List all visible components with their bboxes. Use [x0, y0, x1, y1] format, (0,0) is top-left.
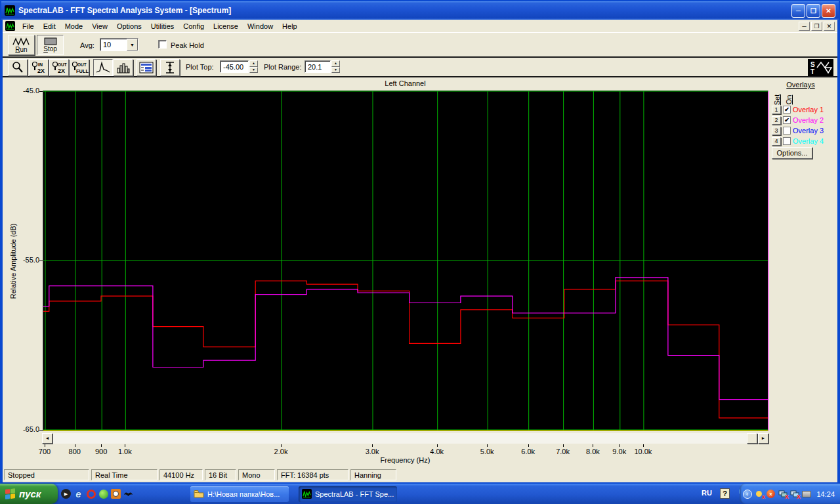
start-button[interactable]: пуск [0, 484, 58, 504]
status-cell-4: 16 Bit [205, 469, 236, 480]
trace-overlay-2 [43, 278, 768, 430]
stop-button[interactable]: Stop [37, 35, 64, 55]
overlay-checkbox-4[interactable] [783, 137, 791, 145]
xtick-label: 6.0k [515, 448, 541, 455]
xtick-mark-icon [125, 444, 125, 447]
menu-options[interactable]: Options [112, 21, 146, 32]
overlay-label-1: Overlay 1 [793, 106, 824, 114]
peak-curve-icon [95, 61, 111, 74]
task-button-2[interactable]: SpectraLAB - FFT Spe... [299, 486, 397, 502]
overlays-panel: Overlays Set On 1✔Overlay 12✔Overlay 23O… [771, 77, 837, 467]
xtick-mark-icon [75, 444, 75, 447]
network-offline2-icon[interactable]: X [789, 489, 799, 499]
horizontal-scrollbar[interactable]: ◄ ► [42, 433, 768, 444]
opera-icon[interactable] [85, 488, 96, 499]
dropdown-arrow-icon[interactable]: ▼ [127, 39, 138, 51]
plot-top-input[interactable]: -45.00 [220, 60, 249, 73]
window-title: SpectraLAB - FFT Spectral Analysis Syste… [18, 6, 231, 15]
overlay-checkbox-2[interactable]: ✔ [783, 116, 791, 124]
scrollbar-thumb[interactable] [747, 433, 757, 444]
title-bar: SpectraLAB - FFT Spectral Analysis Syste… [1, 1, 839, 20]
menu-window[interactable]: Window [243, 21, 278, 32]
zoom-out-icon: OUT 2X [51, 60, 68, 75]
overlay-label-2: Overlay 2 [793, 116, 824, 124]
menu-view[interactable]: View [87, 21, 112, 32]
plot-range-input[interactable]: 20.1 [304, 60, 331, 73]
windows-flag-icon [5, 488, 16, 500]
avg-dropdown[interactable]: 10 ▼ [100, 38, 138, 51]
menu-config[interactable]: Config [178, 21, 209, 32]
mdi-restore-button[interactable]: ❐ [811, 22, 822, 31]
sine-wave-icon [12, 37, 32, 46]
overlay-options-button[interactable]: Options... [772, 147, 812, 159]
ie-icon[interactable]: e [73, 488, 84, 499]
overlay-checkbox-1[interactable]: ✔ [783, 106, 791, 114]
close-button[interactable]: ✕ [822, 4, 835, 18]
clock-icon[interactable] [110, 488, 121, 499]
media-player-icon[interactable]: ▶ [60, 488, 72, 499]
maximize-button[interactable]: ❐ [807, 4, 820, 18]
bat-icon[interactable] [123, 488, 134, 499]
bar-view-button[interactable] [114, 59, 133, 76]
clock[interactable]: 14:24 [816, 490, 835, 498]
menu-mode[interactable]: Mode [60, 21, 88, 32]
devices-icon[interactable] [801, 489, 811, 499]
opera-tray-icon[interactable]: x [766, 489, 776, 499]
taskbar: пуск ▶e H:\Новая папка\Нов... SpectraLAB… [0, 484, 840, 504]
ytick-mark-icon [39, 430, 43, 430]
xtick-mark-icon [45, 444, 45, 447]
options-dialog-icon [138, 61, 154, 74]
mdi-minimize-button[interactable]: ─ [799, 22, 810, 31]
overlay-set-button-1[interactable]: 1 [772, 106, 781, 114]
keyboard-help-icon[interactable]: ? [720, 488, 730, 499]
plot-top-spinner[interactable]: ▲▼ [249, 60, 258, 73]
xtick-mark-icon [593, 444, 593, 447]
vertical-scale-icon [163, 60, 177, 75]
signal-generator-icon[interactable]: S T [808, 59, 833, 76]
status-cell-3: 44100 Hz [159, 469, 203, 480]
xtick-label: 5.0k [474, 448, 500, 455]
xtick-mark-icon [101, 444, 102, 447]
menu-utilities[interactable]: Utilities [146, 21, 178, 32]
zoom-in-2x-button[interactable]: IN 2X [29, 59, 49, 76]
menu-file[interactable]: File [18, 21, 39, 32]
spectralab-icon [302, 489, 312, 500]
messenger-icon[interactable] [98, 488, 109, 499]
menu-edit[interactable]: Edit [39, 21, 60, 32]
zoom-out-full-button[interactable]: OUT FULL [70, 59, 89, 76]
zoom-select-button[interactable] [8, 59, 28, 76]
spectrum-plot[interactable] [43, 91, 768, 431]
scroll-left-button[interactable]: ◄ [42, 433, 52, 444]
trace-overlay-1 [43, 281, 768, 418]
xtick-mark-icon [372, 444, 373, 447]
mdi-close-button[interactable]: ✕ [824, 22, 835, 31]
overlay-set-button-3[interactable]: 3 [772, 127, 781, 135]
status-cell-2: Real Time [91, 469, 158, 480]
spectrum-view-button[interactable] [93, 59, 113, 76]
amplitude-scale-button[interactable] [160, 59, 180, 76]
transport-toolbar: Run Stop Avg: 10 ▼ Peak Hold [3, 32, 837, 58]
volume-muted-icon[interactable]: x [754, 489, 764, 499]
task-button-1[interactable]: H:\Новая папка\Нов... [190, 486, 289, 502]
run-button[interactable]: Run [8, 35, 35, 55]
plot-range-spinner[interactable]: ▲▼ [331, 60, 340, 73]
chart-title: Left Channel [43, 79, 768, 87]
scroll-right-button[interactable]: ► [758, 433, 768, 444]
display-options-button[interactable] [136, 59, 156, 76]
xtick-mark-icon [643, 444, 644, 447]
menu-help[interactable]: Help [278, 21, 302, 32]
network-offline-icon[interactable]: X [778, 489, 788, 499]
xtick-label: 4.0k [424, 448, 450, 455]
zoom-out-2x-button[interactable]: OUT 2X [49, 59, 69, 76]
overlay-set-button-4[interactable]: 4 [772, 137, 781, 146]
language-indicator[interactable]: RU [702, 489, 712, 497]
overlay-set-button-2[interactable]: 2 [772, 116, 781, 125]
peak-hold-checkbox[interactable] [158, 40, 167, 49]
xtick-label: 900 [88, 448, 114, 455]
menu-license[interactable]: License [209, 21, 243, 32]
minimize-button[interactable]: ─ [791, 4, 805, 18]
status-cell-6: FFT: 16384 pts [277, 469, 348, 480]
chevron-left-icon[interactable]: ‹ [742, 489, 752, 499]
xtick-label: 800 [62, 448, 88, 455]
overlay-checkbox-3[interactable] [783, 127, 791, 135]
